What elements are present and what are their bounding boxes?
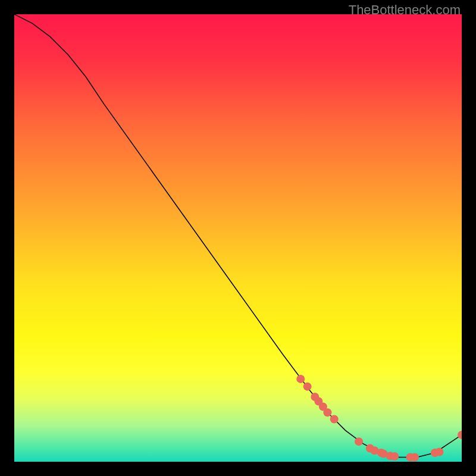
chart-container: TheBottleneck.com — [0, 0, 476, 476]
scatter-point — [435, 447, 443, 456]
watermark-text: TheBottleneck.com — [349, 2, 461, 18]
scatter-point — [390, 452, 399, 461]
scatter-point — [323, 408, 331, 416]
chart-svg — [14, 14, 462, 462]
plot-area — [14, 14, 462, 462]
scatter-point — [330, 415, 339, 424]
scatter-point — [411, 453, 419, 461]
scatter-markers — [296, 375, 462, 462]
scatter-point — [303, 383, 312, 391]
curve-line — [14, 14, 462, 457]
scatter-point — [458, 431, 462, 439]
scatter-point — [355, 437, 363, 446]
scatter-point — [296, 375, 305, 383]
